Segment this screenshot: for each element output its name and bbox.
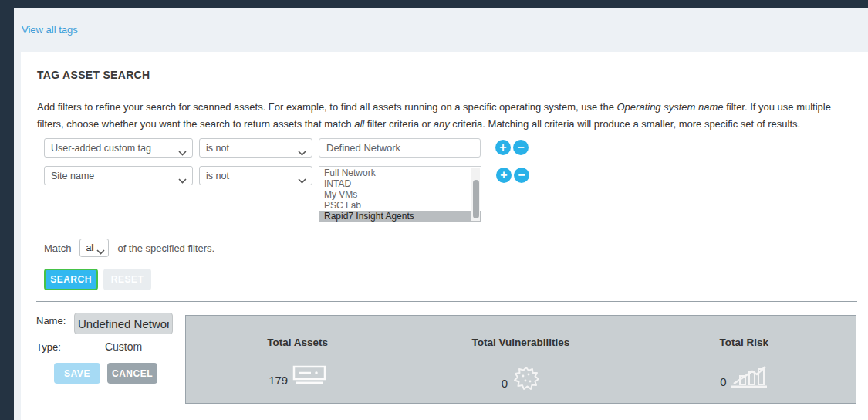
filter-field-select-1[interactable]: User-added custom tag <box>44 138 193 158</box>
description-italic: any <box>434 118 450 130</box>
stat-label: Total Vulnerabilities <box>409 337 632 348</box>
description-text: Add filters to refine your search for sc… <box>37 99 833 133</box>
stat-value: 0 <box>502 377 508 390</box>
description-part: Add filters to refine your search for sc… <box>37 101 617 113</box>
filter-row-2: Site name is not Full NetworkINTADMy VMs… <box>44 166 529 222</box>
match-suffix-label: of the specified filters. <box>117 242 214 254</box>
search-button-row: SEARCH RESET <box>44 269 151 290</box>
page-title: TAG ASSET SEARCH <box>37 69 150 81</box>
form-button-row: SAVE CANCEL <box>54 363 157 384</box>
match-prefix-label: Match <box>44 242 71 254</box>
listbox-scrollbar[interactable] <box>471 168 480 221</box>
match-row: Match all of the specified filters. <box>44 239 214 257</box>
save-button[interactable]: SAVE <box>54 363 100 384</box>
type-label: Type: <box>36 341 61 353</box>
description-part: filter criteria or <box>364 118 434 130</box>
risk-icon <box>731 365 768 391</box>
filter-operator-select-1[interactable]: is not <box>199 138 312 158</box>
site-listbox[interactable]: Full NetworkINTADMy VMsPSC LabRapid7 Ins… <box>319 166 481 222</box>
cancel-button[interactable]: CANCEL <box>107 363 157 384</box>
description-italic: Operating system name <box>617 101 724 113</box>
listbox-option[interactable]: My VMs <box>319 189 481 200</box>
vulnerability-icon <box>512 365 540 395</box>
scrollbar-thumb[interactable] <box>473 180 479 218</box>
remove-filter-button[interactable]: − <box>514 168 529 183</box>
tag-asset-search-card: TAG ASSET SEARCH Add filters to refine y… <box>21 52 868 420</box>
name-label: Name: <box>36 315 66 327</box>
stat-label: Total Risk <box>633 337 856 348</box>
stat-total-vulnerabilities: Total Vulnerabilities 0 <box>409 316 632 403</box>
section-divider <box>36 301 857 302</box>
view-all-tags-link[interactable]: View all tags <box>22 24 78 36</box>
filter-row-1: User-added custom tag is not + − <box>44 138 529 158</box>
site-listbox-options: Full NetworkINTADMy VMsPSC LabRapid7 Ins… <box>319 167 481 222</box>
stat-total-assets: Total Assets 179 <box>186 316 409 403</box>
listbox-option[interactable]: PSC Lab <box>319 200 481 211</box>
listbox-option[interactable]: Rapid7 Insight Agents <box>319 211 481 222</box>
listbox-option[interactable]: INTAD <box>319 178 481 189</box>
asset-icon <box>292 365 326 388</box>
filter-value-input[interactable] <box>319 138 481 158</box>
listbox-option[interactable]: Full Network <box>319 168 481 178</box>
summary-panel: Total Assets 179 Total Vulnerabilities 0 <box>185 315 856 404</box>
tag-name-input[interactable] <box>74 313 173 334</box>
remove-filter-button[interactable]: − <box>513 140 529 155</box>
type-value: Custom <box>74 340 173 353</box>
filter-operator-select-2[interactable]: is not <box>199 166 312 185</box>
add-filter-button[interactable]: + <box>495 140 511 155</box>
description-italic: all <box>354 118 364 130</box>
reset-button[interactable]: RESET <box>103 269 151 290</box>
stat-value: 179 <box>269 374 288 387</box>
match-select[interactable]: all <box>79 239 109 257</box>
stat-value: 0 <box>720 375 726 388</box>
description-part: criteria. Matching all criteria will pro… <box>450 118 800 130</box>
stat-label: Total Assets <box>186 337 409 348</box>
add-filter-button[interactable]: + <box>496 168 512 183</box>
stat-total-risk: Total Risk 0 <box>633 316 856 403</box>
filter-field-select-2[interactable]: Site name <box>44 166 193 185</box>
search-button[interactable]: SEARCH <box>44 269 98 290</box>
